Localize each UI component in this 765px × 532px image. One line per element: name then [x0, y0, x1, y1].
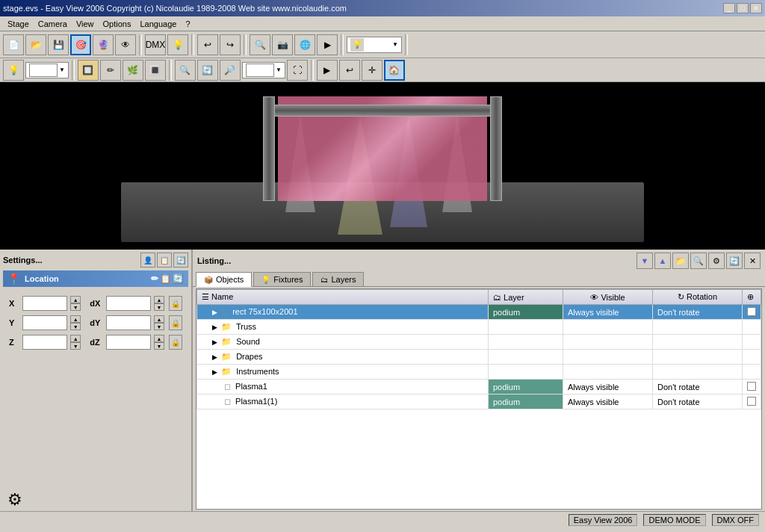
zoom1-input[interactable]: 57% — [364, 40, 391, 49]
render2-button[interactable]: ▶ — [317, 34, 338, 55]
redo-button[interactable]: ↪ — [220, 34, 241, 55]
listing-down-icon[interactable]: ▼ — [637, 253, 653, 269]
listing-filter-icon[interactable]: ⚙ — [708, 253, 725, 269]
checkbox-0[interactable] — [747, 307, 756, 316]
maximize-button[interactable]: □ — [737, 3, 749, 13]
tools-icon[interactable]: ⚙ — [7, 490, 22, 510]
x-input[interactable] — [22, 296, 67, 311]
tb2-mode1[interactable]: 🔲 — [78, 60, 99, 81]
menu-help[interactable]: ? — [181, 18, 194, 30]
table-row[interactable]: ▶ 📁 Instruments — [197, 365, 761, 380]
z-input[interactable] — [22, 335, 67, 350]
zoom-in-button[interactable]: 🔍 — [250, 34, 270, 55]
table-row[interactable]: ▶ ◻ rect 75x100x2001 podium Always visib… — [197, 305, 761, 320]
listing-search-icon[interactable]: 🔍 — [690, 253, 707, 269]
x-spin-up[interactable]: ▲ — [70, 296, 81, 303]
location-edit-icon[interactable]: ✏ — [151, 273, 158, 284]
expand-icon-2[interactable]: ▶ — [212, 338, 217, 346]
tb2-mode4[interactable]: 🔳 — [145, 60, 166, 81]
y-spin-down[interactable]: ▼ — [70, 323, 81, 330]
dx-spin-up[interactable]: ▲ — [154, 296, 164, 303]
tb2-zoomin[interactable]: 🔍 — [175, 60, 196, 81]
checkbox-5[interactable] — [747, 382, 756, 391]
tb2-home[interactable]: 🏠 — [384, 60, 405, 81]
y-spin-up[interactable]: ▲ — [70, 315, 81, 323]
view-button[interactable]: 👁 — [115, 34, 136, 55]
settings-icon-person[interactable]: 👤 — [140, 253, 155, 267]
zoom3-dropdown[interactable]: 84% ▼ — [242, 62, 285, 78]
dx-input[interactable] — [106, 296, 151, 311]
select-button[interactable]: 🔮 — [93, 34, 114, 55]
x-lock-icon[interactable]: 🔒 — [169, 296, 182, 311]
tb2-move[interactable]: ✛ — [362, 60, 382, 81]
dx-spin-down[interactable]: ▼ — [154, 303, 164, 311]
zoom3-input[interactable]: 84% — [246, 64, 274, 77]
tab-objects[interactable]: 📦 Objects — [196, 272, 252, 287]
menu-view[interactable]: View — [72, 18, 99, 30]
render-button[interactable]: 🌐 — [294, 34, 315, 55]
row-chk-6[interactable] — [743, 395, 761, 409]
table-row[interactable]: ◻ Plasma1 podium Always visible Don't ro… — [197, 380, 761, 395]
expand-icon-4[interactable]: ▶ — [212, 368, 217, 376]
location-copy-icon[interactable]: 📋 — [160, 273, 171, 284]
zoom2-arrow[interactable]: ▼ — [59, 66, 65, 73]
settings-icon-list[interactable]: 📋 — [157, 253, 172, 267]
table-row[interactable]: ▶ 📁 Truss — [197, 320, 761, 335]
menu-stage[interactable]: Stage — [3, 18, 34, 30]
open-button[interactable]: 📂 — [25, 34, 46, 55]
expand-icon-0[interactable]: ▶ — [212, 309, 217, 316]
dy-spin-up[interactable]: ▲ — [154, 315, 164, 323]
dmx-button[interactable]: DMX — [145, 34, 166, 55]
row-chk-0[interactable] — [743, 305, 761, 320]
tb2-light[interactable]: 💡 — [3, 60, 24, 81]
zoom1-icon[interactable]: 💡 — [350, 38, 364, 52]
minimize-button[interactable]: _ — [723, 3, 735, 13]
dy-spin-down[interactable]: ▼ — [154, 323, 164, 330]
tb2-mode2[interactable]: ✏ — [100, 60, 121, 81]
listing-refresh-icon[interactable]: 🔄 — [726, 253, 743, 269]
listing-folder-icon[interactable]: 📁 — [672, 253, 689, 269]
tab-layers[interactable]: 🗂 Layers — [312, 272, 364, 286]
location-header[interactable]: 📍 Location ✏ 📋 🔄 — [3, 270, 188, 287]
mode-button[interactable]: 🎯 — [70, 34, 91, 55]
dz-spin-down[interactable]: ▼ — [154, 342, 164, 350]
tb2-zoomout[interactable]: 🔎 — [220, 60, 241, 81]
tab-fixtures[interactable]: 💡 Fixtures — [253, 272, 311, 286]
tb2-back[interactable]: ↩ — [339, 60, 360, 81]
zoom3-arrow[interactable]: ▼ — [276, 66, 282, 73]
light-button[interactable]: 💡 — [167, 34, 188, 55]
table-row[interactable]: ▶ 📁 Sound — [197, 335, 761, 350]
location-refresh-icon[interactable]: 🔄 — [173, 273, 184, 284]
tb2-mode3[interactable]: 🌿 — [123, 60, 143, 81]
zoom2-input[interactable]: 100% — [29, 64, 58, 77]
y-input[interactable] — [22, 315, 67, 330]
dy-input[interactable] — [106, 315, 151, 330]
dz-spin-up[interactable]: ▲ — [154, 335, 164, 342]
z-spin-up[interactable]: ▲ — [70, 335, 81, 342]
table-row[interactable]: ▶ 📁 Drapes — [197, 350, 761, 365]
undo-button[interactable]: ↩ — [197, 34, 218, 55]
dz-input[interactable] — [106, 335, 151, 350]
row-chk-5[interactable] — [743, 380, 761, 395]
listing-close-icon[interactable]: ✕ — [744, 253, 761, 269]
zoom1-dropdown[interactable]: 💡 57% ▼ — [347, 37, 402, 53]
viewport[interactable] — [0, 82, 765, 250]
screenshot-button[interactable]: 📷 — [272, 34, 293, 55]
menu-options[interactable]: Options — [99, 18, 136, 30]
x-spin-down[interactable]: ▼ — [70, 303, 81, 311]
expand-icon-1[interactable]: ▶ — [212, 324, 217, 331]
listing-up-icon[interactable]: ▲ — [654, 253, 671, 269]
save-button[interactable]: 💾 — [48, 34, 69, 55]
zoom1-arrow[interactable]: ▼ — [392, 41, 398, 48]
expand-icon-3[interactable]: ▶ — [212, 353, 217, 361]
z-spin-down[interactable]: ▼ — [70, 342, 81, 350]
zoom2-dropdown[interactable]: 100% ▼ — [25, 62, 69, 78]
settings-icon-refresh[interactable]: 🔄 — [173, 253, 188, 267]
checkbox-6[interactable] — [747, 397, 756, 406]
tb2-fullscreen[interactable]: ⛶ — [287, 60, 308, 81]
z-lock-icon[interactable]: 🔒 — [169, 335, 182, 350]
menu-camera[interactable]: Camera — [34, 18, 72, 30]
y-lock-icon[interactable]: 🔒 — [169, 315, 182, 330]
menu-language[interactable]: Language — [135, 18, 181, 30]
close-button[interactable]: ✕ — [750, 3, 762, 13]
